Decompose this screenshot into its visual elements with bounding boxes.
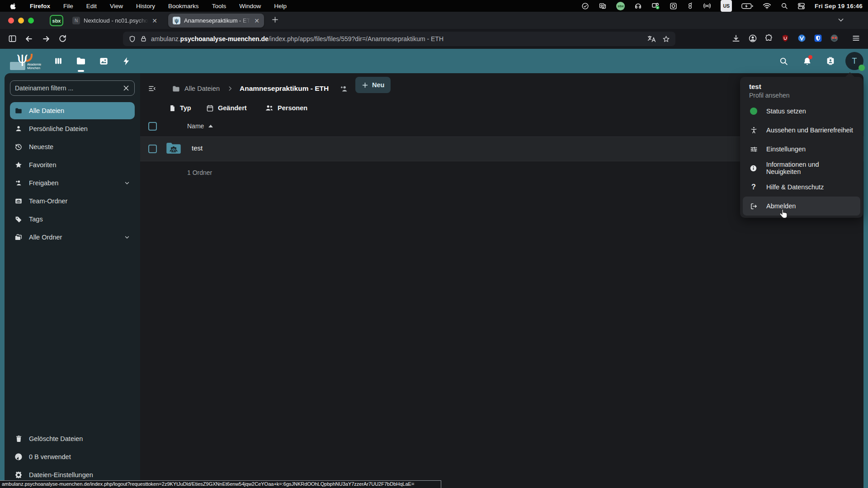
menubar-tools[interactable]: Tools bbox=[212, 3, 226, 9]
list-tabs-chevron-icon[interactable] bbox=[837, 16, 844, 23]
battery-icon[interactable] bbox=[741, 0, 753, 12]
bookmark-star-icon[interactable] bbox=[662, 35, 670, 43]
user-menu-header[interactable]: test Profil ansehen bbox=[740, 77, 863, 99]
row-checkbox[interactable] bbox=[148, 145, 157, 153]
close-window-button[interactable] bbox=[8, 18, 14, 23]
lock-icon[interactable] bbox=[140, 35, 147, 42]
sbx-status-icon[interactable]: sbx bbox=[616, 2, 625, 10]
menubar-bookmarks[interactable]: Bookmarks bbox=[168, 3, 199, 9]
clear-filter-icon[interactable] bbox=[123, 84, 130, 92]
menu-item-status-setzen[interactable]: Status setzen bbox=[743, 102, 860, 121]
sidebar-item-geloeschte-dateien[interactable]: Gelöschte Dateien bbox=[10, 430, 135, 447]
menubar-help[interactable]: Help bbox=[274, 3, 287, 9]
filename-filter-box[interactable] bbox=[10, 80, 135, 96]
app-menu-hamburger-icon[interactable] bbox=[852, 34, 860, 42]
menubar-file[interactable]: File bbox=[63, 3, 73, 9]
downloads-icon[interactable] bbox=[731, 34, 741, 43]
menubar-firefox[interactable]: Firefox bbox=[30, 3, 50, 9]
airdrop-icon[interactable] bbox=[703, 0, 711, 12]
sidebar-item-neueste[interactable]: Neueste bbox=[10, 138, 135, 155]
url-bar[interactable]: ambulanz.psychoanalyse-muenchen.de/index… bbox=[123, 32, 675, 46]
menubar-history[interactable]: History bbox=[136, 3, 155, 9]
files-app-icon[interactable] bbox=[70, 49, 92, 73]
menubar-clock[interactable]: Fri Sep 19 16:46 bbox=[815, 0, 863, 12]
tracking-shield-icon[interactable] bbox=[128, 35, 136, 43]
bitwarden-icon[interactable] bbox=[814, 34, 822, 42]
contacts-icon[interactable] bbox=[822, 52, 839, 70]
file-name[interactable]: test bbox=[192, 144, 203, 152]
wifi-icon[interactable] bbox=[763, 0, 771, 12]
control-center-icon[interactable] bbox=[797, 0, 805, 12]
sidebar-item-freigaben[interactable]: Freigaben bbox=[10, 174, 135, 192]
forward-icon[interactable] bbox=[42, 34, 51, 43]
tab-nextcloud-login[interactable]: N Nextcloud - nc01.psychoanalyse ✕ bbox=[68, 14, 162, 28]
breadcrumb-root[interactable]: Alle Dateien bbox=[184, 85, 220, 92]
menubar-edit[interactable]: Edit bbox=[86, 3, 97, 9]
share-folder-icon[interactable] bbox=[339, 84, 349, 93]
activity-app-icon[interactable] bbox=[115, 49, 137, 73]
active-app-indicator bbox=[78, 70, 84, 72]
view-profile-link[interactable]: Profil ansehen bbox=[749, 92, 854, 99]
current-folder-title[interactable]: Anamnesepraktikum - ETH bbox=[240, 84, 329, 93]
chevron-down-icon[interactable] bbox=[124, 180, 130, 186]
headphones-icon[interactable] bbox=[634, 0, 642, 12]
select-all-checkbox[interactable] bbox=[148, 122, 157, 131]
shield-box-icon[interactable] bbox=[670, 0, 677, 12]
sidebar-toggle-icon[interactable] bbox=[8, 34, 17, 43]
apple-icon[interactable] bbox=[10, 2, 17, 10]
new-tab-button[interactable] bbox=[271, 16, 279, 23]
menu-item-aussehen[interactable]: Aussehen und Barrierefreiheit bbox=[743, 121, 860, 140]
checkmark-circle-icon[interactable] bbox=[581, 0, 589, 12]
menu-item-hilfe[interactable]: ? Hilfe & Datenschutz bbox=[743, 178, 860, 197]
sidebar-item-favoriten[interactable]: Favoriten bbox=[10, 156, 135, 174]
outlook-icon[interactable] bbox=[599, 0, 607, 12]
vimium-icon[interactable] bbox=[797, 34, 806, 42]
new-button[interactable]: Neu bbox=[355, 77, 391, 93]
photos-app-icon[interactable] bbox=[92, 49, 115, 73]
back-icon[interactable] bbox=[24, 34, 33, 43]
dashboard-app-icon[interactable] bbox=[47, 49, 70, 73]
tab-group-badge[interactable]: sbx bbox=[50, 15, 63, 26]
avatar[interactable]: T bbox=[845, 52, 863, 70]
filter-chip-typ[interactable]: Typ bbox=[169, 104, 191, 112]
filter-chip-personen[interactable]: Personen bbox=[265, 104, 307, 112]
account-icon[interactable] bbox=[748, 34, 757, 43]
sidebar-item-alle-ordner[interactable]: Alle Ordner bbox=[10, 229, 135, 246]
shared-folder-icon[interactable] bbox=[165, 141, 182, 155]
menubar-view[interactable]: View bbox=[110, 3, 123, 9]
tab-close-icon[interactable]: ✕ bbox=[152, 18, 157, 24]
tab-anamnesepraktikum[interactable]: ψ Anamnesepraktikum - ETH - All ✕ bbox=[168, 14, 264, 28]
menu-item-informationen[interactable]: Informationen und Neuigkeiten bbox=[743, 159, 860, 178]
chevron-down-icon[interactable] bbox=[124, 234, 130, 240]
fullscreen-window-button[interactable] bbox=[28, 18, 34, 23]
sidebar-item-team-ordner[interactable]: Team-Ordner bbox=[10, 192, 135, 210]
collapse-sidebar-icon[interactable] bbox=[147, 84, 156, 93]
menu-item-abmelden[interactable]: Abmelden bbox=[743, 197, 860, 216]
unified-search-icon[interactable] bbox=[775, 52, 792, 70]
breadcrumb-folder-icon[interactable] bbox=[172, 84, 180, 93]
sidebar-item-tags[interactable]: Tags bbox=[10, 211, 135, 228]
extensions-puzzle-icon[interactable] bbox=[765, 34, 774, 42]
ublock-icon[interactable] bbox=[781, 34, 789, 42]
keyboard-layout-badge[interactable]: US bbox=[721, 0, 732, 12]
menu-item-label: Informationen und Neuigkeiten bbox=[766, 161, 854, 175]
reload-icon[interactable] bbox=[58, 34, 67, 43]
filename-filter-input[interactable] bbox=[15, 84, 123, 92]
teams-icon[interactable] bbox=[651, 0, 660, 12]
filter-chip-geaendert[interactable]: Geändert bbox=[206, 104, 247, 112]
sidebar-item-quota[interactable]: 0 B verwendet bbox=[10, 448, 135, 465]
menu-item-einstellungen[interactable]: Einstellungen bbox=[743, 140, 860, 159]
translate-icon[interactable] bbox=[647, 35, 656, 42]
interlock-icon[interactable] bbox=[687, 0, 693, 12]
menubar-window[interactable]: Window bbox=[239, 3, 261, 9]
name-column-header[interactable]: Name bbox=[187, 122, 213, 130]
url-text[interactable]: ambulanz.psychoanalyse-muenchen.de/index… bbox=[151, 35, 443, 42]
notifications-bell-icon[interactable] bbox=[798, 52, 816, 70]
sidebar-item-alle-dateien[interactable]: Alle Dateien bbox=[10, 102, 135, 119]
akademie-muenchen-logo[interactable]: ψ AkademieMünchen bbox=[8, 50, 46, 72]
tab-close-icon[interactable]: ✕ bbox=[254, 18, 259, 24]
sidebar-item-persoenliche-dateien[interactable]: Persönliche Dateien bbox=[10, 120, 135, 137]
goggles-extension-icon[interactable] bbox=[830, 34, 839, 42]
minimize-window-button[interactable] bbox=[18, 18, 24, 23]
spotlight-search-icon[interactable] bbox=[781, 0, 788, 12]
